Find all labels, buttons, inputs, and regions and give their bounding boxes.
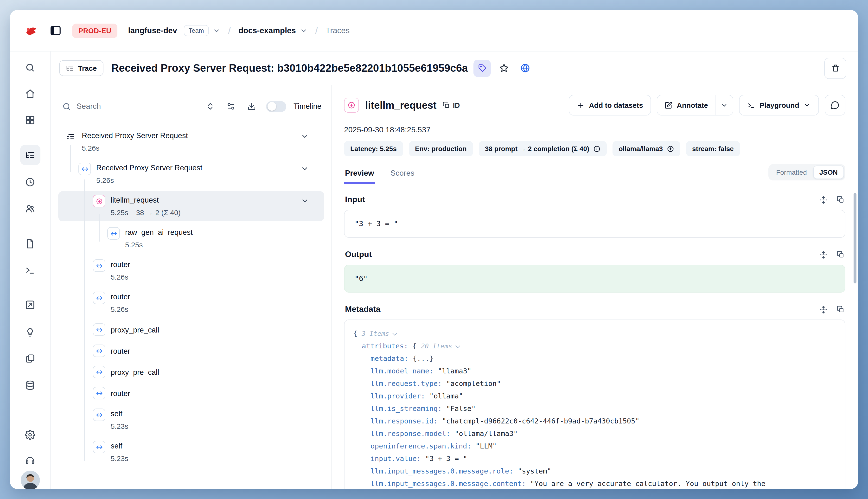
input-section-header: Input [345,195,844,205]
json-line[interactable]: metadata:{...} [353,352,836,365]
chevron-down-icon [392,331,397,336]
sessions-clock-icon[interactable] [20,172,40,192]
playground-terminal-icon[interactable] [20,260,40,280]
tree-node-span[interactable]: Received Proxy Server Request 5.26s [58,159,324,189]
copy-icon[interactable] [837,251,844,258]
scrollbar-thumb[interactable] [854,193,856,283]
users-icon[interactable] [20,198,40,218]
info-icon[interactable] [593,145,600,152]
datasets-icon[interactable] [20,349,40,369]
circle-plus-icon[interactable] [667,145,674,152]
support-headset-icon[interactable] [20,450,40,470]
generation-icon [344,98,359,113]
tree-node-generation-selected[interactable]: litellm_request 5.25s38 → 2 (Σ 40) [58,191,324,221]
icon-sidebar [10,51,50,489]
delete-trace-button[interactable] [824,58,846,79]
json-line: llm.response.model:"ollama/llama3" [353,427,836,440]
tree-node-span[interactable]: router 5.26s [58,256,324,286]
json-line: llm.request.type:"acompletion" [353,377,836,390]
tree-node-span[interactable]: raw_gen_ai_request 5.25s [58,223,324,254]
span-icon [93,292,105,304]
project-chevron-down-icon[interactable] [300,27,307,34]
tree-guide-line [84,180,85,461]
tree-node-span[interactable]: self 5.23s [58,405,324,435]
download-icon[interactable] [243,98,260,114]
annotate-split-button: Annotate [657,95,734,115]
dashboards-icon[interactable] [20,110,40,130]
span-icon [107,227,120,240]
page-title: Received Proxy Server Request: b3010b422… [111,62,468,74]
settings-gear-icon[interactable] [20,424,40,445]
home-icon[interactable] [20,83,40,104]
chevron-down-icon[interactable] [301,165,309,173]
tree-guide-line [70,145,71,172]
latency-badge: Latency: 5.25s [344,141,403,156]
span-icon [93,259,105,272]
judge-lightbulb-icon[interactable] [20,322,40,342]
annotate-dropdown-chevron[interactable] [715,95,733,115]
tree-node-span[interactable]: proxy_pre_call [58,362,324,381]
tree-node-span[interactable]: router [58,341,324,361]
search-icon[interactable] [20,57,40,77]
json-line: llm.model_name:"llama3" [353,365,836,377]
json-line: llm.is_streaming:"False" [353,402,836,415]
json-line[interactable]: {3 Items [353,327,836,340]
search-icon [62,102,71,111]
observation-detail-panel: litellm_request ID Add to datasets [331,85,858,489]
format-option-json[interactable]: JSON [813,166,844,179]
expand-icon[interactable] [819,196,828,204]
timeline-toggle[interactable] [266,101,286,112]
public-globe-icon[interactable] [517,60,533,76]
user-avatar[interactable] [20,470,40,489]
org-name[interactable]: langfuse-dev [128,26,177,35]
expand-icon[interactable] [819,305,828,314]
tree-node-span[interactable]: self 5.23s [58,437,324,467]
trace-tree: Received Proxy Server Request 5.26s Rece… [58,126,324,467]
sidebar-toggle-icon[interactable] [50,25,62,37]
json-line[interactable]: attributes:{20 Items [353,340,836,352]
add-to-datasets-button[interactable]: Add to datasets [569,95,651,115]
org-type-badge: Team [184,25,209,36]
tree-toolbar: Timeline [58,95,324,116]
tree-guide-line [99,214,99,242]
tree-node-span[interactable]: router 5.26s [58,288,324,318]
chevron-down-icon[interactable] [301,132,309,141]
evaluation-icon[interactable] [20,294,40,315]
database-icon[interactable] [20,375,40,395]
tab-scores[interactable]: Scores [390,165,415,184]
comment-button[interactable] [825,95,845,115]
app-window: PROD-EU langfuse-dev Team / docs-example… [10,10,858,489]
playground-button[interactable]: Playground [739,95,819,115]
trace-type-badge: Trace [59,60,103,76]
star-icon[interactable] [496,60,512,76]
project-name[interactable]: docs-examples [239,26,296,35]
annotate-button[interactable]: Annotate [658,95,715,115]
search-input[interactable] [76,102,198,111]
tracing-icon[interactable] [20,145,40,165]
org-chevron-down-icon[interactable] [213,27,220,34]
timeline-label: Timeline [294,102,321,111]
observation-title: litellm_request [365,99,437,111]
metadata-json-viewer: {3 Items attributes:{20 Items metadata:{… [344,319,845,489]
json-line: llm.provider:"ollama" [353,390,836,402]
output-content: "6" [344,265,845,293]
copy-id-button[interactable]: ID [443,101,460,109]
expand-collapse-icon[interactable] [202,98,218,114]
format-option-formatted[interactable]: Formatted [770,166,813,179]
trace-icon [64,130,76,143]
breadcrumb-divider: / [227,25,232,36]
breadcrumb-traces-link[interactable]: Traces [326,26,350,35]
output-section-header: Output [345,250,844,259]
tree-node-root[interactable]: Received Proxy Server Request 5.26s [58,126,324,157]
expand-icon[interactable] [819,251,828,259]
tree-node-span[interactable]: proxy_pre_call [58,320,324,339]
tree-node-span[interactable]: router [58,384,324,403]
copy-icon[interactable] [837,196,844,204]
chevron-down-icon[interactable] [301,197,309,205]
tag-icon[interactable] [474,59,491,77]
prompts-icon[interactable] [20,233,40,254]
view-settings-icon[interactable] [223,98,239,114]
copy-icon[interactable] [837,306,844,313]
chevron-down-icon [455,343,460,348]
tab-preview[interactable]: Preview [344,165,375,184]
